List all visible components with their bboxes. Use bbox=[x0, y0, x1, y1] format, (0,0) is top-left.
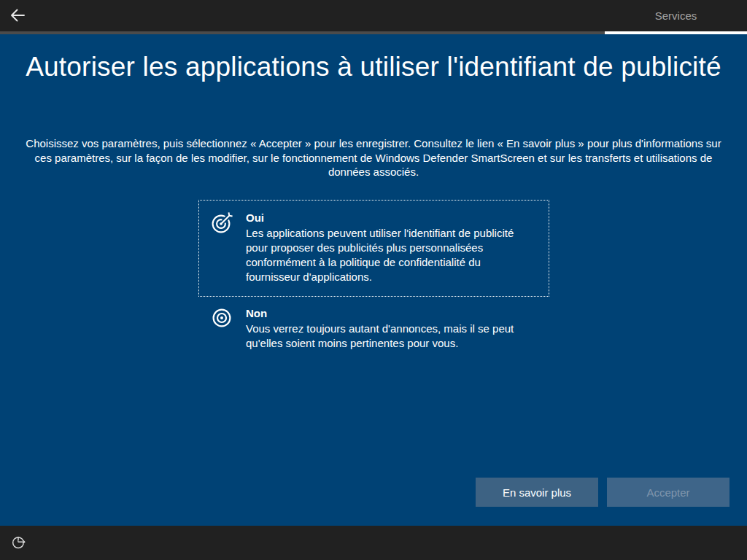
back-button[interactable] bbox=[6, 5, 29, 27]
option-oui-description: Les applications peuvent utiliser l'iden… bbox=[246, 226, 537, 284]
tab-services-underline bbox=[605, 31, 747, 34]
page-subtitle: Choisissez vos paramètres, puis sélectio… bbox=[0, 136, 747, 179]
option-non-text: Non Vous verrez toujours autant d'annonc… bbox=[246, 306, 537, 351]
learn-more-button[interactable]: En savoir plus bbox=[476, 478, 598, 507]
dartboard-arrow-icon bbox=[211, 211, 246, 284]
bullseye-icon bbox=[211, 306, 246, 351]
page-title: Autoriser les applications à utiliser l'… bbox=[0, 48, 747, 85]
option-non[interactable]: Non Vous verrez toujours autant d'annonc… bbox=[198, 295, 549, 363]
option-non-description: Vous verrez toujours autant d'annonces, … bbox=[246, 322, 537, 351]
accept-button[interactable]: Accepter bbox=[607, 478, 729, 507]
options-list: Oui Les applications peuvent utiliser l'… bbox=[198, 200, 549, 363]
back-arrow-icon bbox=[7, 5, 28, 28]
top-bar: Services bbox=[0, 0, 747, 31]
ease-of-access-button[interactable] bbox=[9, 533, 29, 553]
tab-services: Services bbox=[605, 0, 747, 31]
bottom-bar bbox=[0, 526, 747, 560]
option-oui[interactable]: Oui Les applications peuvent utiliser l'… bbox=[198, 200, 549, 297]
option-oui-label: Oui bbox=[246, 211, 537, 225]
option-non-label: Non bbox=[246, 306, 537, 321]
option-oui-text: Oui Les applications peuvent utiliser l'… bbox=[246, 211, 537, 284]
oobe-services-page: { "colors": { "background": "#004275", "… bbox=[0, 0, 747, 560]
clock-arrow-icon bbox=[11, 534, 28, 553]
